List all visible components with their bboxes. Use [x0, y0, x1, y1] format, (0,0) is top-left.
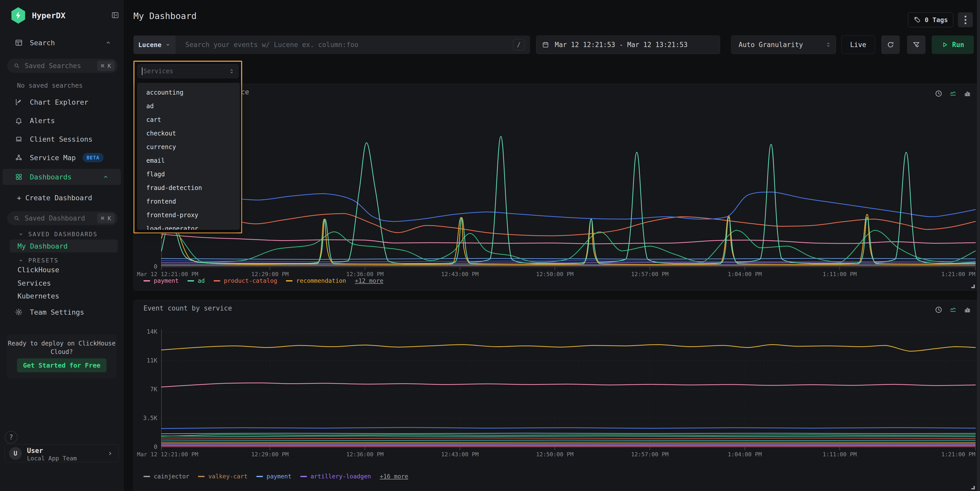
section-saved-dashboards[interactable]: SAVED DASHBOARDS: [18, 231, 98, 238]
logo[interactable]: HyperDX: [10, 7, 65, 24]
legend-item-cainjector[interactable]: cainjector: [143, 473, 189, 480]
user-menu[interactable]: U User Local App Team: [5, 444, 119, 462]
sidebar-item-label: Team Settings: [30, 308, 84, 316]
scrollbar[interactable]: [977, 0, 980, 491]
chevron-updown-icon: [229, 68, 234, 75]
legend-more-link[interactable]: +16 more: [380, 473, 408, 480]
tag-icon: [913, 16, 921, 24]
line-chart-plot[interactable]: Mar 12 12:21:00 PM12:29:00 PM12:36:00 PM…: [161, 108, 975, 267]
chevron-up-icon[interactable]: [105, 39, 111, 46]
service-option-load-generator[interactable]: load-generator: [137, 222, 240, 230]
service-option-cart[interactable]: cart: [137, 113, 240, 127]
clock-icon[interactable]: [935, 306, 942, 314]
legend-item-artillery-loadgen[interactable]: artillery-loadgen: [300, 473, 371, 480]
live-button[interactable]: Live: [841, 35, 875, 54]
chevron-up-icon[interactable]: [102, 173, 109, 180]
sidebar-item-dashboards[interactable]: Dashboards: [3, 169, 121, 185]
filter-icon: [912, 41, 920, 49]
x-tick-label: 1:21:00 PM: [942, 451, 975, 458]
legend-item-product-catalog[interactable]: product-catalog: [214, 277, 277, 284]
series-cainjector: [161, 443, 975, 444]
resize-handle[interactable]: [971, 486, 975, 489]
service-option-frontend[interactable]: frontend: [137, 195, 240, 208]
legend-item-ad[interactable]: ad: [188, 277, 205, 284]
x-tick-label: 12:57:00 PM: [631, 271, 669, 277]
sidebar-item-label: Alerts: [30, 117, 55, 125]
filter-button[interactable]: [907, 35, 926, 54]
get-started-button[interactable]: Get Started for Free: [17, 358, 107, 372]
series-royal-blue: [161, 261, 975, 261]
line-chart-plot[interactable]: Mar 12 12:21:00 PM12:29:00 PM12:36:00 PM…: [161, 332, 975, 447]
sidebar-item-chart-explorer[interactable]: Chart Explorer: [0, 95, 123, 109]
legend-dash-icon: [198, 476, 205, 477]
granularity-select[interactable]: Auto Granularity: [731, 35, 836, 54]
sidebar-item-services[interactable]: Services: [18, 279, 51, 287]
legend-label: product-catalog: [224, 277, 277, 284]
service-option-fraud-detection[interactable]: fraud-detection: [137, 181, 240, 195]
run-label: Run: [952, 41, 964, 49]
refresh-button[interactable]: [881, 35, 900, 54]
sidebar-item-create-dashboard[interactable]: + Create Dashboard: [0, 191, 123, 205]
line-chart-icon[interactable]: [949, 306, 957, 314]
sidebar-item-alerts[interactable]: Alerts: [0, 113, 123, 128]
legend-label: valkey-cart: [208, 473, 247, 480]
legend-label: payment: [154, 277, 179, 284]
bar-chart-icon[interactable]: [964, 306, 971, 314]
run-button[interactable]: Run: [932, 35, 974, 54]
legend-item-recommendation[interactable]: recommendation: [286, 277, 346, 284]
query-language-select[interactable]: Lucene: [134, 35, 176, 54]
clock-icon[interactable]: [935, 90, 942, 97]
line-chart-icon[interactable]: [949, 90, 957, 97]
x-tick-label: 12:29:00 PM: [251, 271, 289, 277]
saved-searches-input[interactable]: [24, 62, 86, 70]
create-dashboard-label: + Create Dashboard: [17, 194, 92, 202]
x-tick-label: 12:57:00 PM: [631, 451, 669, 458]
service-option-ad[interactable]: ad: [137, 100, 240, 113]
sidebar-item-clickhouse[interactable]: ClickHouse: [18, 266, 59, 274]
services-filter-input[interactable]: Services: [138, 64, 238, 78]
resize-handle[interactable]: [971, 284, 975, 288]
service-option-frontend-proxy[interactable]: frontend-proxy: [137, 208, 240, 222]
x-tick-label: Mar 12 12:21:00 PM: [137, 451, 198, 458]
service-option-flagd[interactable]: flagd: [137, 168, 240, 181]
legend-dash-icon: [286, 280, 293, 281]
x-tick-label: 1:11:00 PM: [822, 271, 857, 277]
chevron-right-icon: [107, 450, 113, 457]
service-option-currency[interactable]: currency: [137, 140, 240, 154]
sidebar-item-search[interactable]: Search: [0, 35, 123, 50]
series-payment: [161, 433, 975, 434]
time-range-picker[interactable]: Mar 12 12:21:53 - Mar 12 13:21:53: [536, 35, 720, 54]
service-option-checkout[interactable]: checkout: [137, 127, 240, 140]
service-option-email[interactable]: email: [137, 154, 240, 168]
app-root: HyperDX Search ⌘ K No saved searches Cha…: [0, 0, 980, 491]
app-title: HyperDX: [32, 11, 65, 20]
dashboard-menu-button[interactable]: [958, 12, 973, 27]
saved-dashboards-search[interactable]: ⌘ K: [7, 211, 118, 225]
sidebar-item-client-sessions[interactable]: Client Sessions: [0, 132, 123, 146]
tags-button[interactable]: 0 Tags: [908, 12, 953, 27]
saved-dashboards-input[interactable]: [24, 214, 86, 222]
sidebar-collapse-icon[interactable]: [111, 11, 119, 19]
legend-item-payment[interactable]: payment: [256, 473, 291, 480]
legend-item-payment[interactable]: payment: [143, 277, 179, 284]
avatar: U: [9, 447, 22, 460]
sidebar-item-my-dashboard[interactable]: My Dashboard: [10, 240, 118, 253]
saved-searches-search[interactable]: ⌘ K: [7, 59, 118, 73]
legend-label: recommendation: [296, 277, 346, 284]
event-search-input[interactable]: [185, 41, 513, 49]
service-option-accounting[interactable]: accounting: [137, 86, 240, 100]
section-presets[interactable]: PRESETS: [18, 257, 59, 264]
play-icon: [942, 41, 948, 48]
sidebar-item-label: Chart Explorer: [30, 98, 88, 106]
legend-label: payment: [267, 473, 291, 480]
legend-more-link[interactable]: +12 more: [355, 277, 383, 284]
y-tick-label: 11K: [146, 357, 158, 364]
sidebar-item-service-map[interactable]: Service Map BETA: [0, 150, 123, 165]
legend-item-valkey-cart[interactable]: valkey-cart: [198, 473, 247, 480]
sidebar-item-team-settings[interactable]: Team Settings: [0, 305, 123, 319]
beta-badge: BETA: [83, 153, 103, 162]
x-tick-label: 12:43:00 PM: [441, 271, 479, 277]
help-button[interactable]: ?: [5, 431, 18, 444]
bar-chart-icon[interactable]: [964, 90, 971, 97]
sidebar-item-kubernetes[interactable]: Kubernetes: [18, 292, 59, 300]
